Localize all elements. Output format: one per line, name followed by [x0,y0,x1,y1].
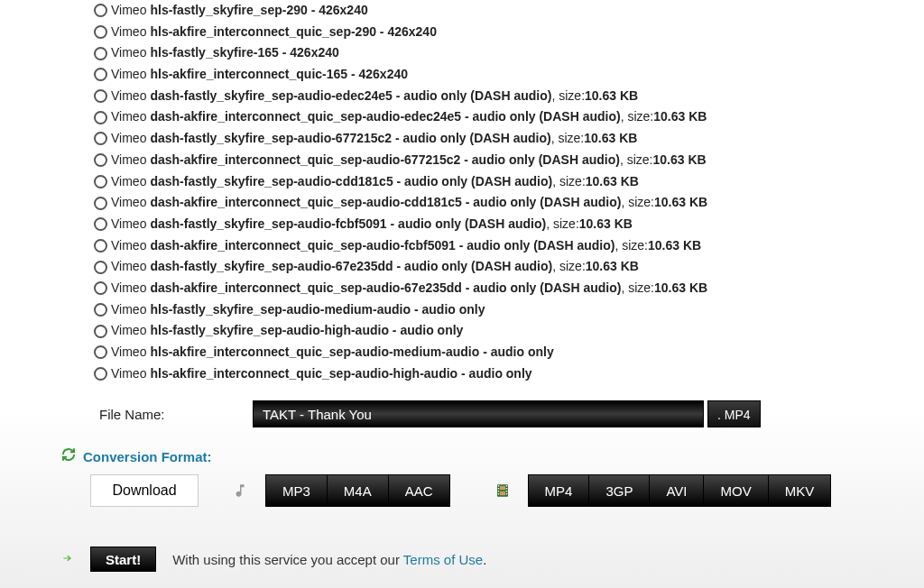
format-radio[interactable] [94,68,107,81]
format-radio[interactable] [94,175,107,188]
format-row: Vimeohls-akfire_interconnect_quic_sep-29… [94,22,924,43]
svg-rect-9 [500,486,505,491]
video-format-3gp-button[interactable]: 3GP [589,474,650,507]
format-source: Vimeo [111,192,146,214]
format-size-value: 10.63 KB [586,171,639,193]
format-name: hls-fastly_skyfire-165 - 426x240 [150,42,338,64]
format-source: Vimeo [111,0,146,22]
format-row: Vimeodash-akfire_interconnect_quic_sep-a… [94,235,924,257]
filename-label: File Name: [99,407,253,422]
format-source: Vimeo [111,150,146,171]
format-row: Vimeohls-akfire_interconnect_quic-165 - … [94,64,924,86]
format-source: Vimeo [111,171,146,193]
download-button[interactable]: Download [90,474,199,507]
format-row: Vimeohls-fastly_skyfire_sep-audio-high-a… [94,320,924,342]
format-size-value: 10.63 KB [654,192,707,214]
format-radio[interactable] [94,4,107,17]
svg-rect-2 [497,488,499,490]
format-source: Vimeo [111,363,146,385]
format-radio[interactable] [94,281,107,295]
format-source: Vimeo [111,64,146,86]
format-radio[interactable] [94,25,107,39]
start-button[interactable]: Start! [90,547,156,572]
format-size-value: 10.63 KB [586,256,639,278]
format-list: Vimeohls-fastly_skyfire_sep-290 - 426x24… [0,0,924,384]
format-source: Vimeo [111,22,146,43]
video-format-mov-button[interactable]: MOV [704,474,768,507]
format-name: hls-akfire_interconnect_quic_sep-290 - 4… [150,22,437,43]
filename-input[interactable] [253,400,704,427]
format-name: dash-fastly_skyfire_sep-audio-fcbf5091 -… [150,214,546,235]
format-size-label: , size: [551,128,585,150]
format-size-label: , size: [551,86,585,107]
format-name: hls-akfire_interconnect_quic-165 - 426x2… [150,64,408,86]
audio-format-mp3-button[interactable]: MP3 [265,474,328,507]
format-size-label: , size: [621,278,654,299]
format-row: Vimeodash-fastly_skyfire_sep-audio-67e23… [94,256,924,278]
format-name: hls-fastly_skyfire_sep-290 - 426x240 [150,0,367,22]
format-source: Vimeo [111,278,146,299]
format-source: Vimeo [111,299,146,321]
format-size-label: , size: [546,214,579,235]
format-row: Vimeodash-akfire_interconnect_quic_sep-a… [94,278,924,299]
format-source: Vimeo [111,342,146,363]
format-radio[interactable] [94,217,107,231]
format-row: Vimeohls-fastly_skyfire_sep-audio-medium… [94,299,924,321]
format-size-label: , size: [552,171,586,193]
format-radio[interactable] [94,303,107,317]
terms-text: With using this service you accept our T… [172,552,486,567]
terms-prefix: With using this service you accept our [172,552,403,567]
format-row: Vimeodash-akfire_interconnect_quic_sep-a… [94,106,924,128]
format-source: Vimeo [111,86,146,107]
format-name: dash-fastly_skyfire_sep-audio-cdd181c5 -… [150,171,552,193]
format-source: Vimeo [111,128,146,150]
format-row: Vimeodash-fastly_skyfire_sep-audio-edec2… [94,86,924,107]
format-name: hls-akfire_interconnect_quic_sep-audio-h… [150,363,531,385]
format-radio[interactable] [94,325,107,338]
format-radio[interactable] [94,111,107,124]
audio-format-m4a-button[interactable]: M4A [328,474,389,507]
svg-rect-5 [505,485,507,487]
terms-link[interactable]: Terms of Use [403,552,483,567]
format-size-label: , size: [621,106,654,128]
music-note-icon [231,482,249,500]
audio-format-aac-button[interactable]: AAC [389,474,450,507]
format-row: Vimeohls-akfire_interconnect_quic_sep-au… [94,363,924,385]
format-radio[interactable] [94,345,107,359]
video-format-group: MP43GPAVIMOVMKV [528,474,832,507]
format-source: Vimeo [111,256,146,278]
format-size-value: 10.63 KB [648,235,701,257]
start-row: Start! With using this service you accep… [0,547,924,572]
format-radio[interactable] [94,47,107,60]
format-source: Vimeo [111,320,146,342]
video-format-mkv-button[interactable]: MKV [769,474,832,507]
format-row: Vimeohls-akfire_interconnect_quic_sep-au… [94,342,924,363]
conversion-label: Conversion Format: [83,449,212,464]
format-name: dash-akfire_interconnect_quic_sep-audio-… [150,106,620,128]
format-radio[interactable] [94,132,107,145]
format-size-value: 10.63 KB [579,214,633,235]
format-radio[interactable] [94,239,107,253]
format-size-value: 10.63 KB [652,150,706,171]
video-format-avi-button[interactable]: AVI [650,474,704,507]
format-row: Vimeodash-fastly_skyfire_sep-audio-fcbf5… [94,214,924,235]
format-source: Vimeo [111,42,146,64]
format-row: Vimeohls-fastly_skyfire-165 - 426x240 [94,42,924,64]
format-size-value: 10.63 KB [585,86,638,107]
format-radio[interactable] [94,261,107,274]
arrow-right-icon [61,552,74,567]
format-source: Vimeo [111,106,146,128]
video-format-mp4-button[interactable]: MP4 [528,474,590,507]
conversion-buttons: Download MP3M4AAAC MP43GPAVIMOVMKV [0,474,924,507]
format-size-value: 10.63 KB [584,128,637,150]
format-radio[interactable] [94,153,107,167]
format-name: dash-akfire_interconnect_quic_sep-audio-… [150,235,614,257]
svg-rect-1 [497,485,499,487]
format-size-label: , size: [620,150,653,171]
format-row: Vimeodash-akfire_interconnect_quic_sep-a… [94,150,924,171]
format-radio[interactable] [94,89,107,103]
svg-rect-4 [497,493,499,495]
format-radio[interactable] [94,367,107,381]
format-radio[interactable] [94,197,107,210]
format-row: Vimeohls-fastly_skyfire_sep-290 - 426x24… [94,0,924,22]
